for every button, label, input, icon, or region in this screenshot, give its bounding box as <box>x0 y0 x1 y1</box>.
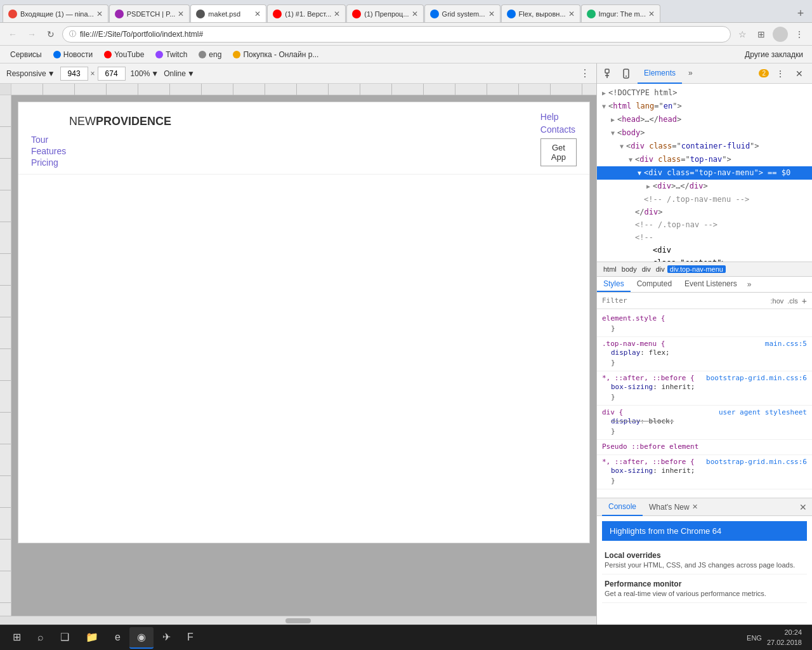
cta-button[interactable]: Get App <box>540 138 577 166</box>
address-bar[interactable]: ⓘ file:///E:/Site/To/portfolio/indext.ht… <box>62 26 731 43</box>
bookmark-star-button[interactable]: ☆ <box>735 27 750 42</box>
tree-toggle[interactable]: ▶ <box>611 114 617 126</box>
taskbar-app-explorer[interactable]: 📁 <box>78 627 106 649</box>
nav-link-tour[interactable]: Tour <box>31 135 171 145</box>
browser-tab-youtube1[interactable]: (1) #1. Верст...✕ <box>267 4 346 22</box>
bookmark-youtube[interactable]: YouTube <box>99 48 149 62</box>
tree-toggle[interactable]: ▼ <box>629 154 635 166</box>
tree-line-0[interactable]: ▶<!DOCTYPE html> <box>597 86 812 100</box>
breadcrumb-item-3[interactable]: div <box>653 265 667 273</box>
computed-tab[interactable]: Computed <box>631 277 678 292</box>
browser-tab-psdetch[interactable]: PSDETCH | P...✕ <box>109 4 190 22</box>
breadcrumb-item-0[interactable]: html <box>601 265 619 273</box>
responsive-select[interactable]: Responsive ▼ <box>6 69 55 78</box>
taskbar-app-chrome[interactable]: ◉ <box>129 627 154 649</box>
tree-toggle[interactable]: ▶ <box>646 181 653 192</box>
tree-line-13[interactable]: class="content"> <box>597 256 812 262</box>
styles-tab[interactable]: Styles <box>597 277 631 292</box>
tree-line-8[interactable]: <!-- /.top-nav-menu --> <box>597 193 812 206</box>
new-tab-button[interactable]: + <box>792 4 809 22</box>
taskbar-app-figma[interactable]: F <box>180 627 201 649</box>
tab-close-flex[interactable]: ✕ <box>568 10 575 18</box>
back-button[interactable]: ← <box>5 27 20 42</box>
profile-button[interactable] <box>773 27 788 42</box>
nav-link-features[interactable]: Features <box>31 146 171 156</box>
bookmark-eng[interactable]: eng <box>193 48 226 62</box>
menu-button[interactable]: ⋮ <box>792 27 807 42</box>
scrollbar-handle[interactable] <box>285 618 311 623</box>
breadcrumb-item-1[interactable]: body <box>619 265 639 273</box>
tree-toggle[interactable]: ▼ <box>611 128 617 139</box>
breadcrumb-item-4[interactable]: div.top-nav-menu <box>667 265 726 273</box>
tree-line-10[interactable]: <!-- /.top-nav --> <box>597 218 812 231</box>
tree-toggle[interactable]: ▼ <box>620 141 626 152</box>
whats-new-tab[interactable]: What's New ✕ <box>643 498 704 516</box>
tree-line-1[interactable]: ▼<html lang="en"> <box>597 100 812 113</box>
nav-link-contacts[interactable]: Contacts <box>540 124 577 135</box>
panels-more[interactable]: » <box>743 277 756 291</box>
tree-line-3[interactable]: ▼<body> <box>597 126 812 140</box>
style-source[interactable]: user agent stylesheet <box>719 408 807 416</box>
style-source[interactable]: bootstrap-grid.min.css:6 <box>706 458 807 466</box>
filter-cls[interactable]: .cls <box>787 297 798 305</box>
browser-tab-flex[interactable]: Flex, выровн...✕ <box>501 4 580 22</box>
devtools-inspect-button[interactable] <box>602 66 617 81</box>
horizontal-scrollbar[interactable] <box>0 616 596 625</box>
taskbar-app-start[interactable]: ⊞ <box>5 627 29 649</box>
tab-close-youtube2[interactable]: ✕ <box>412 10 418 18</box>
browser-tab-imgur[interactable]: Imgur: The m...✕ <box>581 4 660 22</box>
tree-line-2[interactable]: ▶<head>…</head> <box>597 113 812 126</box>
forward-button[interactable]: → <box>24 27 39 42</box>
tree-line-4[interactable]: ▼<div class="container-fluid"> <box>597 140 812 153</box>
style-source[interactable]: main.css:5 <box>765 340 807 348</box>
devtools-tab-elements[interactable]: Elements <box>638 63 682 84</box>
console-close-button[interactable]: ✕ <box>799 502 807 512</box>
filter-add[interactable]: + <box>802 296 807 306</box>
taskbar-lang[interactable]: ENG <box>747 634 762 642</box>
tree-line-12[interactable]: <div <box>597 244 812 256</box>
browser-tab-youtube2[interactable]: (1) Препроц...✕ <box>346 4 423 22</box>
devtools-more-button[interactable]: ⋮ <box>773 66 788 81</box>
tree-toggle[interactable]: ▶ <box>602 88 608 99</box>
whats-new-close[interactable]: ✕ <box>692 503 698 511</box>
tree-line-6[interactable]: ▼<div class="top-nav-menu"> == $0 <box>597 166 812 180</box>
devtools-close-button[interactable]: ✕ <box>792 66 807 81</box>
filter-input[interactable] <box>602 296 767 305</box>
tab-close-youtube1[interactable]: ✕ <box>334 10 340 18</box>
tree-toggle[interactable]: ▼ <box>602 101 608 112</box>
filter-pseudo[interactable]: :hov <box>771 297 784 305</box>
toolbar-more-button[interactable]: ⋮ <box>580 67 590 79</box>
style-source[interactable]: bootstrap-grid.min.css:6 <box>706 374 807 382</box>
tab-close-gmail[interactable]: ✕ <box>96 10 103 18</box>
width-input[interactable] <box>60 67 88 81</box>
tab-close-maket[interactable]: ✕ <box>254 10 261 18</box>
nav-link-pricing[interactable]: Pricing <box>31 157 171 168</box>
taskbar-app-search[interactable]: ⌕ <box>30 627 51 649</box>
devtools-mobile-button[interactable] <box>619 66 634 81</box>
taskbar-app-ie[interactable]: e <box>107 627 128 649</box>
bookmark-other[interactable]: Другие закладки <box>741 50 807 59</box>
taskbar-app-task-view[interactable]: ❑ <box>53 627 77 649</box>
browser-tab-maket[interactable]: maket.psd✕ <box>190 4 266 22</box>
browser-tab-gmail[interactable]: Входящие (1) — nina...✕ <box>3 4 108 22</box>
tree-toggle[interactable]: ▼ <box>638 168 644 179</box>
tree-line-9[interactable]: </div> <box>597 206 812 218</box>
tab-close-psdetch[interactable]: ✕ <box>178 10 184 18</box>
extensions-button[interactable]: ⊞ <box>754 27 769 42</box>
bookmark-покупка---онлайн-р...[interactable]: Покупка - Онлайн р... <box>228 48 324 62</box>
reload-button[interactable]: ↻ <box>43 27 58 42</box>
tree-line-11[interactable]: <!-- <box>597 231 812 244</box>
online-select[interactable]: Online ▼ <box>164 69 195 78</box>
height-input[interactable] <box>98 67 126 81</box>
tab-close-imgur[interactable]: ✕ <box>648 10 655 18</box>
console-tab[interactable]: Console <box>602 498 643 516</box>
devtools-tab-expand[interactable]: » <box>682 63 699 84</box>
breadcrumb-item-2[interactable]: div <box>639 265 653 273</box>
bookmark-twitch[interactable]: Twitch <box>150 48 192 62</box>
taskbar-app-telegram[interactable]: ✈ <box>155 627 178 649</box>
bookmark-новости[interactable]: Новости <box>48 48 98 62</box>
zoom-select[interactable]: 100% ▼ <box>131 69 159 78</box>
browser-tab-gridsystem[interactable]: Grid system...✕ <box>424 4 501 22</box>
bookmark-сервисы[interactable]: Сервисы <box>5 48 47 62</box>
tree-line-5[interactable]: ▼<div class="top-nav"> <box>597 153 812 166</box>
